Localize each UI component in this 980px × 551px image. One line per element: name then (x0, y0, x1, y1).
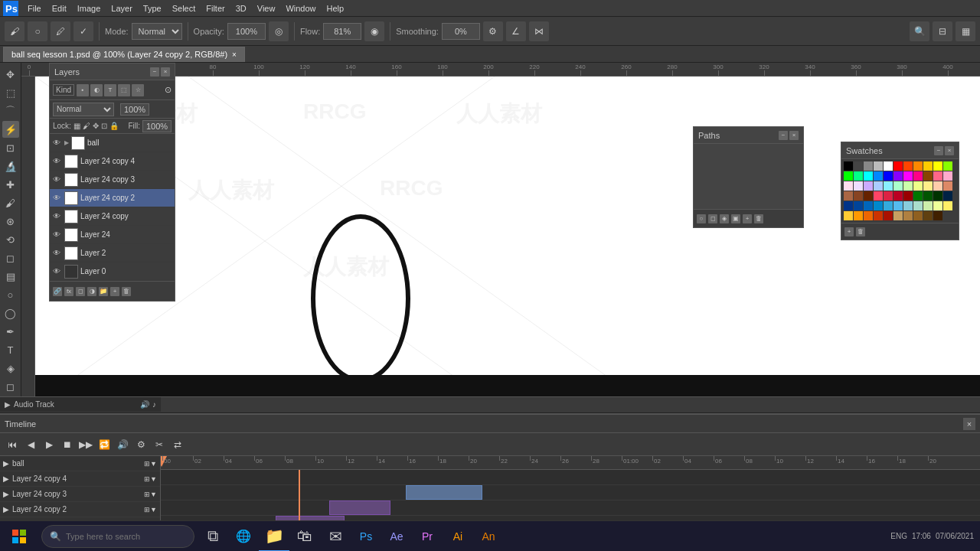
eraser-tool[interactable]: ◻ (2, 249, 19, 266)
panel-minimize-btn[interactable]: − (150, 67, 159, 77)
active-tab[interactable]: ball seq lesson 1.psd @ 100% (Layer 24 c… (3, 47, 245, 62)
flow-input[interactable] (323, 23, 361, 40)
eye-icon-ball[interactable]: 👁 (53, 139, 62, 147)
paths-close-btn[interactable]: × (789, 131, 799, 140)
taskbar-taskview[interactable]: ⧉ (198, 521, 228, 552)
path-select-tool[interactable]: ◈ (2, 360, 19, 377)
color-swatch[interactable] (884, 191, 893, 201)
tool-check-icon[interactable]: ✓ (74, 21, 93, 41)
color-swatch[interactable] (844, 211, 853, 220)
delete-layer-icon[interactable]: 🗑 (122, 287, 131, 296)
color-swatch[interactable] (854, 181, 863, 191)
filter-shape-icon[interactable]: ⬚ (118, 84, 130, 96)
pen-tool[interactable]: ✒ (2, 323, 19, 340)
delete-path-icon[interactable]: 🗑 (754, 214, 763, 223)
color-swatch[interactable] (844, 191, 853, 201)
color-swatch[interactable] (884, 201, 893, 210)
layer-24copy2[interactable]: 👁 Layer 24 copy 2 (50, 189, 175, 207)
tl-expand-24c4[interactable]: ▶ (3, 474, 9, 483)
tl-layer-24c4[interactable]: ▶ Layer 24 copy 4 ⊞▼ (0, 471, 160, 487)
swatches-minimize-btn[interactable]: − (934, 146, 943, 155)
taskbar-ae[interactable]: Ae (381, 521, 412, 552)
taskbar-ai[interactable]: Ai (443, 521, 473, 552)
color-swatch[interactable] (864, 211, 873, 220)
start-button[interactable] (0, 521, 38, 552)
color-swatch[interactable] (864, 181, 873, 191)
color-swatch[interactable] (854, 161, 863, 171)
crop-tool[interactable]: ⊡ (2, 139, 19, 156)
flow-icon[interactable]: ◉ (364, 21, 384, 41)
layer-2[interactable]: 👁 Layer 2 (50, 244, 175, 262)
swatches-panel-header[interactable]: Swatches − × (841, 142, 959, 159)
color-swatch[interactable] (874, 161, 883, 171)
color-swatch[interactable] (923, 171, 933, 181)
layout-icon[interactable]: ▦ (956, 21, 975, 41)
color-swatch[interactable] (943, 181, 952, 191)
sym-icon[interactable]: ⋈ (529, 21, 549, 41)
add-mask-icon[interactable]: ◻ (76, 287, 85, 296)
filter-type-icon[interactable]: T (104, 84, 116, 96)
tl-trim-btn[interactable]: ✂ (152, 437, 167, 452)
layer-24[interactable]: 👁 Layer 24 (50, 226, 175, 244)
menu-filter[interactable]: Filter (201, 2, 229, 15)
add-path-icon[interactable]: + (743, 214, 752, 223)
color-swatch[interactable] (884, 181, 893, 191)
color-swatch[interactable] (913, 201, 923, 210)
color-swatch[interactable] (913, 181, 923, 191)
eye-icon-2[interactable]: 👁 (53, 249, 62, 257)
menu-layer[interactable]: Layer (106, 2, 137, 15)
menu-window[interactable]: Window (281, 2, 320, 15)
color-swatch[interactable] (933, 161, 942, 171)
tl-settings-btn[interactable]: ⚙ (133, 437, 149, 452)
wand-tool[interactable]: ⚡ (2, 121, 19, 138)
menu-edit[interactable]: Edit (47, 2, 71, 15)
tl-expand-24c2[interactable]: ▶ (3, 505, 9, 514)
angle-icon[interactable]: ∠ (506, 21, 526, 41)
tab-close-icon[interactable]: × (232, 51, 237, 59)
settings-icon[interactable]: ⚙ (483, 21, 503, 41)
color-swatch[interactable] (923, 191, 933, 201)
color-swatch[interactable] (943, 191, 952, 201)
menu-image[interactable]: Image (73, 2, 106, 15)
filter-switch-icon[interactable]: ⊙ (165, 85, 172, 95)
lock-artboard-icon[interactable]: ⊡ (101, 122, 107, 130)
tl-prev-frame-btn[interactable]: ◀ (23, 437, 38, 452)
color-swatch[interactable] (884, 161, 893, 171)
lock-move-icon[interactable]: ✥ (93, 122, 99, 130)
menu-type[interactable]: Type (139, 2, 166, 15)
tl-loop-btn[interactable]: 🔁 (96, 437, 112, 452)
color-swatch[interactable] (913, 191, 923, 201)
tl-layer-24c3[interactable]: ▶ Layer 24 copy 3 ⊞▼ (0, 487, 160, 502)
color-swatch[interactable] (854, 191, 863, 201)
layer-0[interactable]: 👁 Layer 0 (50, 262, 175, 281)
color-swatch[interactable] (874, 171, 883, 181)
smoothing-input[interactable] (442, 23, 480, 40)
color-swatch[interactable] (844, 181, 853, 191)
color-swatch[interactable] (903, 191, 913, 201)
spot-heal-tool[interactable]: ✚ (2, 176, 19, 193)
color-swatch[interactable] (864, 161, 873, 171)
menu-3d[interactable]: 3D (231, 2, 251, 15)
opacity-input[interactable] (227, 23, 266, 40)
add-folder-icon[interactable]: 📁 (99, 287, 108, 296)
opacity-icon[interactable]: ◎ (269, 21, 289, 41)
taskbar-search-input[interactable] (66, 532, 181, 541)
color-swatch[interactable] (933, 201, 942, 210)
lock-transparent-icon[interactable]: ▦ (74, 122, 80, 130)
taskbar-an[interactable]: An (473, 521, 504, 552)
color-swatch[interactable] (893, 211, 903, 220)
color-swatch[interactable] (933, 181, 942, 191)
color-swatch[interactable] (854, 201, 863, 210)
layers-panel-header[interactable]: Layers − × (50, 64, 175, 80)
filter-type[interactable]: Kind (53, 84, 74, 96)
color-swatch[interactable] (943, 161, 952, 171)
audio-expand-icon[interactable]: ▶ (5, 400, 11, 409)
taskbar-search-box[interactable]: 🔍 (41, 525, 194, 548)
color-swatch[interactable] (903, 171, 913, 181)
color-swatch[interactable] (893, 161, 903, 171)
color-swatch[interactable] (874, 211, 883, 220)
tl-play-btn[interactable]: ▶ (41, 437, 57, 452)
color-swatch[interactable] (844, 161, 853, 171)
stroke-path-icon[interactable]: ◻ (708, 214, 717, 223)
fill-value[interactable] (142, 120, 172, 132)
